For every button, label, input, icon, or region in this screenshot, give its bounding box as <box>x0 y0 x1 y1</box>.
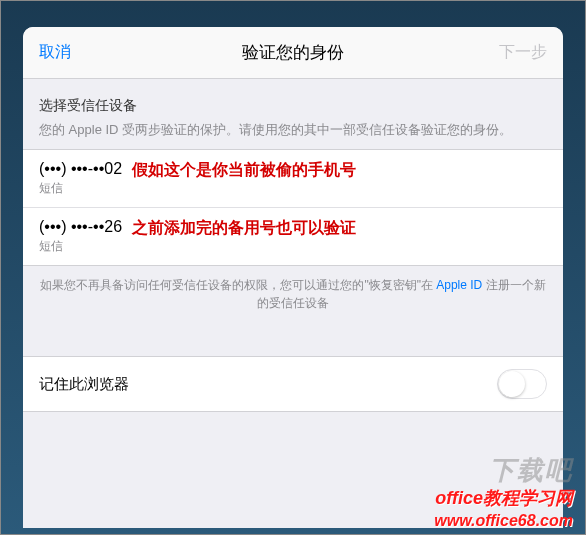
remember-browser-row: 记住此浏览器 <box>23 356 563 412</box>
device-number: (•••) •••-••26 <box>39 218 122 236</box>
description-block: 选择受信任设备 您的 Apple ID 受两步验证的保护。请使用您的其中一部受信… <box>23 79 563 149</box>
remember-label: 记住此浏览器 <box>39 375 129 394</box>
footer-note: 如果您不再具备访问任何受信任设备的权限，您可以通过您的"恢复密钥"在 Apple… <box>23 266 563 322</box>
apple-id-link[interactable]: Apple ID <box>436 278 482 292</box>
device-type: 短信 <box>39 238 122 255</box>
footer-text-before: 如果您不再具备访问任何受信任设备的权限，您可以通过您的"恢复密钥"在 <box>40 278 436 292</box>
annotation-text: 假如这个是你当前被偷的手机号 <box>132 160 547 181</box>
next-button-disabled: 下一步 <box>499 42 547 63</box>
toggle-knob <box>499 371 525 397</box>
cancel-button[interactable]: 取消 <box>39 42 71 63</box>
watermark-line1: office教程学习网 <box>435 486 573 510</box>
header-bar: 取消 验证您的身份 下一步 <box>23 27 563 79</box>
device-row[interactable]: (•••) •••-••02 短信 假如这个是你当前被偷的手机号 <box>23 150 563 208</box>
watermark-line2: www.office68.com <box>434 512 573 530</box>
watermark-bg: 下载吧 <box>489 453 573 488</box>
verification-sheet: 取消 验证您的身份 下一步 选择受信任设备 您的 Apple ID 受两步验证的… <box>23 27 563 528</box>
remember-toggle[interactable] <box>497 369 547 399</box>
device-type: 短信 <box>39 180 122 197</box>
annotation-text: 之前添加完的备用号也可以验证 <box>132 218 547 239</box>
section-subtitle: 选择受信任设备 <box>39 97 547 115</box>
trusted-device-list: (•••) •••-••02 短信 假如这个是你当前被偷的手机号 (•••) •… <box>23 149 563 266</box>
section-description: 您的 Apple ID 受两步验证的保护。请使用您的其中一部受信任设备验证您的身… <box>39 121 547 139</box>
device-row[interactable]: (•••) •••-••26 短信 之前添加完的备用号也可以验证 <box>23 208 563 265</box>
device-number: (•••) •••-••02 <box>39 160 122 178</box>
page-title: 验证您的身份 <box>23 41 563 64</box>
